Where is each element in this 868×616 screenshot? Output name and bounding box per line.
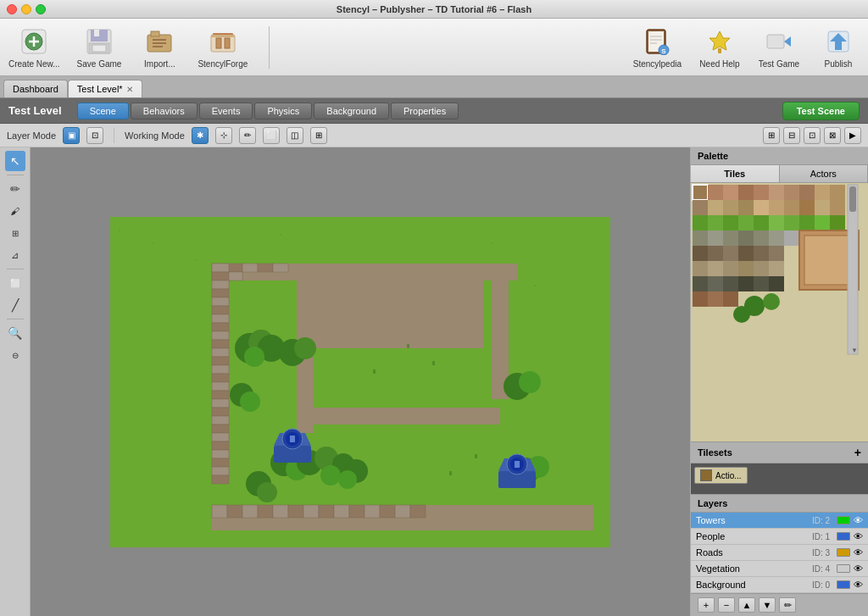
tab-close-icon[interactable]: ✕ — [126, 85, 133, 94]
layer-visibility-background[interactable]: 👁 — [854, 580, 863, 590]
minimize-button[interactable] — [21, 4, 31, 14]
layers-bottom-bar: + − ▲ ▼ ✏ — [691, 593, 868, 616]
working-mode-btn-4[interactable]: ◫ — [287, 127, 303, 144]
layer-add-button[interactable]: + — [698, 597, 715, 613]
layer-name-towers: Towers — [696, 515, 809, 525]
view-btn-1[interactable]: ⊟ — [783, 127, 800, 144]
layer-mode-btn-0[interactable]: ▣ — [63, 127, 80, 144]
stencylpedia-label: Stencylpedia — [633, 59, 682, 69]
svg-rect-36 — [280, 234, 281, 236]
pencil-tool[interactable]: ✏ — [5, 179, 25, 199]
layer-row-roads[interactable]: Roads ID: 3 👁 — [691, 545, 868, 561]
import-button[interactable]: Import... — [138, 26, 181, 69]
stencylpedia-button[interactable]: S Stencylpedia — [633, 26, 682, 69]
select-tool[interactable]: ↖ — [5, 151, 25, 171]
zoom-in-tool[interactable]: 🔍 — [5, 323, 25, 343]
layer-visibility-vegetation[interactable]: 👁 — [854, 563, 863, 574]
view-btn-2[interactable]: ⊡ — [804, 127, 821, 144]
need-help-button[interactable]: Need Help — [698, 26, 741, 69]
layer-color-background — [837, 580, 850, 589]
pattern-tool[interactable]: ⊞ — [5, 223, 25, 243]
maximize-button[interactable] — [36, 4, 46, 14]
svg-rect-153 — [708, 215, 723, 230]
svg-rect-189 — [769, 276, 784, 291]
svg-rect-57 — [212, 331, 229, 340]
working-mode-btn-2[interactable]: ✏ — [239, 127, 256, 144]
stencylforge-button[interactable]: StencylForge — [198, 26, 248, 69]
publish-button[interactable]: Publish — [817, 26, 860, 69]
layer-visibility-people[interactable]: 👁 — [854, 531, 863, 541]
layer-mode-btn-1[interactable]: ⊡ — [86, 127, 103, 144]
fill-tool[interactable]: ⊿ — [5, 245, 25, 265]
canvas-area — [31, 147, 690, 616]
svg-rect-75 — [297, 264, 483, 348]
view-btn-3[interactable]: ⊠ — [824, 127, 841, 144]
working-mode-btn-0[interactable]: ✱ — [192, 127, 209, 144]
tab-dashboard[interactable]: Dashboard — [3, 80, 68, 97]
layer-id-background: ID: 0 — [812, 580, 830, 590]
svg-rect-174 — [723, 246, 738, 261]
svg-rect-127 — [407, 344, 409, 348]
svg-rect-136 — [754, 185, 769, 200]
svg-rect-67 — [212, 416, 229, 425]
svg-rect-90 — [380, 505, 395, 518]
layer-row-towers[interactable]: Towers ID: 2 👁 — [691, 513, 868, 529]
scene-map[interactable] — [110, 217, 610, 547]
eraser-tool[interactable]: ⬜ — [5, 273, 25, 293]
palette-tab-actors[interactable]: Actors — [780, 165, 869, 182]
layer-visibility-towers[interactable]: 👁 — [854, 515, 863, 525]
svg-rect-80 — [227, 505, 242, 518]
save-game-button[interactable]: Save Game — [77, 26, 122, 69]
tab-behaviors[interactable]: Behaviors — [131, 103, 198, 119]
publish-label: Publish — [825, 59, 853, 69]
svg-rect-54 — [212, 306, 229, 314]
svg-rect-34 — [153, 242, 154, 244]
tileset-item-0[interactable]: Actio... — [694, 467, 748, 484]
svg-rect-171 — [804, 236, 854, 285]
right-panel: Palette Tiles Actors — [690, 147, 868, 616]
test-game-button[interactable]: Test Game — [758, 26, 800, 69]
layer-up-button[interactable]: ▲ — [738, 597, 755, 613]
svg-rect-69 — [212, 433, 229, 441]
svg-rect-70 — [212, 441, 229, 450]
svg-rect-74 — [212, 475, 229, 484]
palette-content[interactable]: ▼ — [691, 183, 868, 441]
tab-scene[interactable]: Scene — [77, 103, 129, 119]
title-bar: Stencyl – Publysher – TD Tutorial #6 – F… — [0, 0, 868, 19]
svg-rect-43 — [242, 264, 258, 272]
tab-events[interactable]: Events — [199, 103, 253, 119]
svg-rect-164 — [723, 230, 738, 246]
tab-properties[interactable]: Properties — [391, 103, 459, 119]
test-scene-button[interactable]: Test Scene — [782, 102, 860, 120]
working-mode-btn-5[interactable]: ⊞ — [310, 127, 327, 144]
brush-tool[interactable]: 🖌 — [5, 201, 25, 221]
stencylforge-icon — [208, 26, 238, 57]
layer-visibility-roads[interactable]: 👁 — [854, 547, 863, 558]
create-new-button[interactable]: Create New... — [8, 26, 60, 69]
layer-remove-button[interactable]: − — [718, 597, 735, 613]
zoom-out-tool[interactable]: ⊖ — [5, 345, 25, 365]
layer-row-background[interactable]: Background ID: 0 👁 — [691, 577, 868, 593]
tab-physics[interactable]: Physics — [254, 103, 312, 119]
layer-down-button[interactable]: ▼ — [759, 597, 776, 613]
layer-row-people[interactable]: People ID: 1 👁 — [691, 529, 868, 545]
layer-edit-button[interactable]: ✏ — [779, 597, 796, 613]
svg-rect-132 — [693, 185, 708, 200]
working-mode-btn-3[interactable]: ⬜ — [263, 127, 280, 144]
view-btn-0[interactable]: ⊞ — [763, 127, 780, 144]
close-button[interactable] — [7, 4, 17, 14]
layer-row-vegetation[interactable]: Vegetation ID: 4 👁 — [691, 561, 868, 577]
view-btn-4[interactable]: ▶ — [844, 127, 861, 144]
page-title: Test Level — [8, 104, 62, 117]
add-tileset-button[interactable]: + — [854, 446, 861, 459]
palette-tab-tiles[interactable]: Tiles — [691, 165, 780, 182]
svg-rect-62 — [212, 374, 229, 382]
svg-rect-134 — [723, 185, 738, 200]
working-mode-btn-1[interactable]: ⊹ — [215, 127, 232, 144]
layer-id-people: ID: 1 — [812, 532, 830, 541]
tab-test-level[interactable]: Test Level* ✕ — [68, 80, 142, 97]
tab-test-level-label: Test Level* — [77, 84, 123, 94]
line-tool[interactable]: ╱ — [5, 295, 25, 315]
tab-background[interactable]: Background — [314, 103, 389, 119]
svg-rect-61 — [212, 365, 229, 374]
